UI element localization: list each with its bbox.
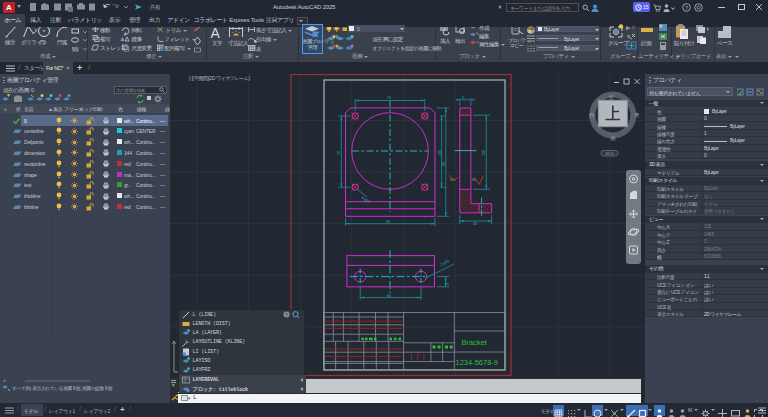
- svg-text:9: 9: [462, 95, 465, 100]
- svg-text:90: 90: [386, 219, 391, 224]
- svg-text:?: ?: [285, 311, 288, 317]
- svg-text:A: A: [211, 27, 221, 41]
- svg-text:WCS: WCS: [605, 152, 614, 156]
- svg-text:70: 70: [336, 150, 341, 155]
- svg-text:1234-5678-9: 1234-5678-9: [456, 358, 499, 367]
- svg-text:東: 東: [634, 112, 640, 118]
- svg-text:北: 北: [608, 94, 615, 101]
- svg-text:?: ?: [685, 5, 688, 11]
- svg-text:66: 66: [387, 293, 392, 298]
- svg-text:100: 100: [437, 149, 442, 156]
- svg-text:Bracket: Bracket: [462, 338, 488, 347]
- svg-text:70: 70: [387, 95, 392, 100]
